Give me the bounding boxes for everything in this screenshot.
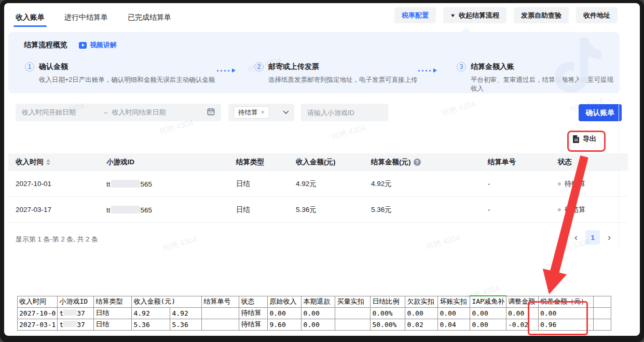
sheet-cell: 0.04 <box>438 319 470 330</box>
step-title: 确认金额 <box>39 62 68 72</box>
cell-settle-amount: 4.92元 <box>371 179 488 189</box>
status-dot-icon <box>558 208 561 211</box>
sheet-cell: 0.00 <box>302 307 335 319</box>
income-table-header: 收入时间 小游戏ID 结算类型 收入金额(元) 结算金额(元) ? 结算单号 状… <box>8 153 628 171</box>
redacted-text <box>111 180 140 188</box>
sheet-header-cell: 调整金额 <box>506 296 538 307</box>
sheet-header-cell: 本期退款 <box>302 296 335 307</box>
sheet-header-cell: 小游戏ID <box>58 296 94 307</box>
header-status: 状态 <box>558 158 628 167</box>
header-label: 结算类型 <box>236 158 264 167</box>
address-label: 收件地址 <box>583 11 610 20</box>
collapse-flow-button[interactable]: ▼ 收起结算流程 <box>443 7 506 23</box>
step-description: 选择纸质发票邮寄到指定地址，电子发票可直接上传 <box>268 76 418 84</box>
invoice-check-button[interactable]: 发票自助查验 <box>514 7 569 23</box>
calendar-icon[interactable] <box>207 108 215 117</box>
sheet-table: 收入时间小游戏ID结算类型收入金额(元)结算单号状态原始收入本期退款买量实扣日结… <box>17 295 611 331</box>
cell-income-amount: 4.92元 <box>296 179 371 189</box>
sheet-row: 2027-03-1t37日结5.365.36待结算9.600.0050.00%0… <box>18 319 611 330</box>
settlement-flow-panel: 结算流程概览 视频讲解 1 确认金额 收入日期+2日产出账单，确认明细和金额无误… <box>8 32 620 93</box>
tab-bar: 收入账单 进行中结算单 已完成结算单 <box>16 7 171 28</box>
sheet-cell: 日结 <box>94 319 132 330</box>
game-id-input[interactable] <box>307 109 382 117</box>
sheet-cell: 待结算 <box>239 307 268 319</box>
sheet-cell: 待结算 <box>239 319 268 330</box>
date-end-placeholder: 收入时间结束日期 <box>112 108 166 117</box>
confirm-bill-button[interactable]: 确认账单 <box>579 104 622 121</box>
sheet-header-cell: 买量实扣 <box>335 296 371 307</box>
tax-config-button[interactable]: 税率配置 <box>394 7 436 23</box>
tab-ongoing-settlement[interactable]: 进行中结算单 <box>64 7 108 28</box>
sheet-cell: 50.00% <box>371 319 405 330</box>
tab-income-bill[interactable]: 收入账单 <box>16 7 45 28</box>
page-number[interactable]: 1 <box>585 230 600 245</box>
remove-tag-icon[interactable]: × <box>261 109 265 116</box>
cell-status: 待结算 <box>558 179 628 189</box>
file-icon <box>573 135 580 143</box>
flow-step-1: 1 确认金额 收入日期+2日产出账单，确认明细和金额无误后主动确认金额 <box>25 62 215 84</box>
status-filter-select[interactable]: 待结算 × <box>228 104 294 121</box>
sheet-cell: 0.96 <box>538 319 593 330</box>
header-label: 小游戏ID <box>106 158 134 167</box>
sheet-cell: 0.00 <box>470 319 506 330</box>
sheet-header-cell: 税差金额（元） <box>538 296 593 307</box>
header-label: 结算金额(元) <box>371 158 411 167</box>
video-link[interactable]: 视频讲解 <box>79 40 117 50</box>
sort-icon[interactable] <box>46 159 50 165</box>
sheet-cell: 0.00 <box>538 307 593 319</box>
sheet-cell: 9.60 <box>268 319 302 330</box>
cell-income-time: 2027-10-01 <box>16 180 106 188</box>
flow-arrow-icon <box>418 68 437 73</box>
status-dot-icon <box>558 182 561 186</box>
status-tag: 待结算 × <box>234 106 269 119</box>
sheet-header-cell: 结算类型 <box>94 296 132 307</box>
sheet-cell: 4.92 <box>132 307 170 319</box>
settlement-page: 收入账单 进行中结算单 已完成结算单 税率配置 ▼ 收起结算流程 发票自助查验 … <box>4 3 640 336</box>
sheet-cell: 2027-10-0 <box>18 307 58 319</box>
content-divider <box>619 99 619 251</box>
sheet-cell <box>593 307 611 319</box>
prev-page-button[interactable]: ‹ <box>574 233 578 242</box>
sheet-header-cell: 收入金额(元) <box>132 296 202 307</box>
sheet-header-cell: 状态 <box>239 296 268 307</box>
redacted-text <box>111 206 140 213</box>
douyin-logo-icon <box>551 34 605 93</box>
sheet-row: 2027-10-0t37日结4.924.92待结算0.000.000.00%0.… <box>18 307 611 319</box>
sheet-cell: 0.00 <box>405 307 438 319</box>
header-settle-type: 结算类型 <box>236 158 296 167</box>
sheet-cell: t37 <box>58 307 94 319</box>
step-number: 2 <box>254 62 264 72</box>
header-label: 收入时间 <box>16 158 44 167</box>
sheet-cell: 5.36 <box>132 319 170 330</box>
tab-completed-settlement[interactable]: 已完成结算单 <box>128 7 171 28</box>
sheet-cell: 0.00 <box>506 307 538 319</box>
table-row: 2027-10-01 tt565 日结 4.92元 4.92元 - 待结算 <box>8 171 628 197</box>
header-settle-no: 结算单号 <box>488 158 558 167</box>
cell-settle-type: 日结 <box>236 179 296 189</box>
export-button[interactable]: 导出 <box>573 134 596 144</box>
sheet-header-cell: 欠款实扣 <box>405 296 438 307</box>
game-id-field <box>301 104 388 121</box>
date-range-input[interactable]: 收入时间开始日期 ~ 收入时间结束日期 <box>16 104 221 121</box>
next-page-button[interactable]: › <box>608 233 611 242</box>
sheet-cell: 4.92 <box>170 307 202 319</box>
sheet-cell <box>202 319 239 330</box>
watermark: 何艳 4304 <box>425 233 461 252</box>
pagination: ‹ 1 › <box>574 230 611 245</box>
cell-settle-no: - <box>488 206 558 213</box>
video-link-label: 视频讲解 <box>90 40 117 50</box>
income-table: 收入时间 小游戏ID 结算类型 收入金额(元) 结算金额(元) ? 结算单号 状… <box>8 153 628 223</box>
redacted-text <box>63 309 77 316</box>
cell-settle-no: - <box>488 180 558 188</box>
help-icon[interactable]: ? <box>414 159 421 166</box>
sheet-cell: -0.02 <box>506 319 538 330</box>
sheet-header-cell: 日结比例 <box>371 296 405 307</box>
sheet-cell <box>335 319 371 330</box>
cell-income-time: 2027-03-17 <box>16 206 106 213</box>
step-description: 收入日期+2日产出账单，确认明细和金额无误后主动确认金额 <box>39 76 215 84</box>
header-label: 收入金额(元) <box>296 158 336 167</box>
watermark: 何艳 4304 <box>331 123 367 142</box>
address-button[interactable]: 收件地址 <box>576 7 618 23</box>
watermark: 何艳 4304 <box>162 234 198 253</box>
sheet-cell: 0.00 <box>302 319 335 330</box>
